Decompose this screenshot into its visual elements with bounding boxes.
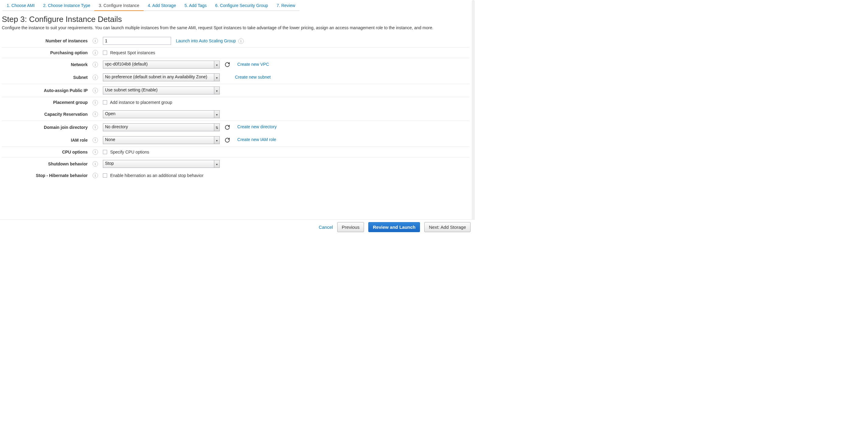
label-domain-join: Domain join directory: [2, 121, 90, 134]
tab-review[interactable]: 7. Review: [272, 1, 300, 11]
label-purchasing-option: Purchasing option: [2, 48, 90, 58]
shutdown-behavior-select[interactable]: Stop: [103, 160, 220, 168]
refresh-network-icon[interactable]: [224, 61, 231, 68]
label-iam-role: IAM role: [2, 134, 90, 147]
chevron-down-icon: [216, 88, 218, 93]
chevron-down-icon: [216, 62, 218, 67]
capacity-reservation-select[interactable]: Open: [103, 110, 220, 118]
tab-configure-instance[interactable]: 3. Configure Instance: [94, 1, 143, 11]
label-cpu-options: CPU options: [2, 147, 90, 157]
hibernate-checkbox[interactable]: [103, 173, 107, 178]
info-icon[interactable]: i: [93, 124, 98, 130]
info-icon[interactable]: i: [93, 149, 98, 155]
label-shutdown-behavior: Shutdown behavior: [2, 157, 90, 170]
network-select[interactable]: vpc-d0f104b8 (default): [103, 61, 220, 68]
request-spot-checkbox[interactable]: [103, 51, 107, 55]
info-icon[interactable]: i: [238, 38, 244, 44]
wizard-tabs: 1. Choose AMI 2. Choose Instance Type 3.…: [0, 1, 475, 11]
tab-choose-instance-type[interactable]: 2. Choose Instance Type: [39, 1, 95, 11]
label-stop-hibernate: Stop - Hibernate behavior: [2, 170, 90, 181]
auto-assign-ip-value: Use subnet setting (Enable): [103, 87, 214, 94]
network-select-value: vpc-d0f104b8 (default): [103, 61, 214, 68]
chevron-down-icon: [216, 162, 218, 166]
info-icon[interactable]: i: [93, 50, 98, 55]
refresh-iam-icon[interactable]: [224, 137, 231, 143]
create-iam-role-link[interactable]: Create new IAM role: [238, 137, 276, 142]
domain-join-select[interactable]: No directory: [103, 123, 220, 131]
capacity-reservation-value: Open: [103, 111, 214, 118]
tab-security-group[interactable]: 6. Configure Security Group: [211, 1, 272, 11]
info-icon[interactable]: i: [93, 75, 98, 80]
info-icon[interactable]: i: [93, 88, 98, 93]
vertical-scrollbar[interactable]: [472, 0, 475, 221]
placement-group-checkbox[interactable]: [103, 100, 107, 105]
iam-role-value: None: [103, 137, 214, 144]
info-icon[interactable]: i: [93, 173, 98, 178]
info-icon[interactable]: i: [93, 100, 98, 106]
tab-add-tags[interactable]: 5. Add Tags: [180, 1, 211, 11]
label-placement-group: Placement group: [2, 97, 90, 108]
create-directory-link[interactable]: Create new directory: [238, 124, 277, 129]
number-of-instances-input[interactable]: [103, 37, 171, 45]
chevron-down-icon: [216, 112, 218, 117]
cpu-options-label: Specify CPU options: [110, 150, 149, 154]
info-icon[interactable]: i: [93, 62, 98, 67]
domain-join-value: No directory: [103, 124, 214, 131]
page-description: Configure the instance to suit your requ…: [2, 25, 469, 30]
shutdown-behavior-value: Stop: [103, 160, 214, 168]
chevron-down-icon: [216, 138, 218, 143]
configure-form: Number of instances i Launch into Auto S…: [2, 34, 469, 181]
label-auto-assign-ip: Auto-assign Public IP: [2, 84, 90, 97]
create-subnet-link[interactable]: Create new subnet: [235, 75, 271, 80]
updown-icon: [215, 125, 218, 130]
chevron-down-icon: [216, 75, 218, 80]
label-subnet: Subnet: [2, 71, 90, 84]
launch-asg-link[interactable]: Launch into Auto Scaling Group: [176, 38, 236, 43]
request-spot-label: Request Spot instances: [110, 50, 155, 55]
page-body: Step 3: Configure Instance Details Confi…: [0, 10, 471, 221]
iam-role-select[interactable]: None: [103, 136, 220, 144]
wizard-footer: Cancel Previous Review and Launch Next: …: [0, 219, 475, 235]
next-add-storage-button[interactable]: Next: Add Storage: [424, 222, 470, 232]
label-capacity-reservation: Capacity Reservation: [2, 108, 90, 121]
subnet-select-value: No preference (default subnet in any Ava…: [103, 74, 214, 81]
tab-add-storage[interactable]: 4. Add Storage: [144, 1, 181, 11]
info-icon[interactable]: i: [93, 112, 98, 117]
info-icon[interactable]: i: [93, 161, 98, 167]
placement-group-label: Add instance to placement group: [110, 100, 172, 105]
hibernate-label: Enable hibernation as an additional stop…: [110, 173, 204, 178]
cpu-options-checkbox[interactable]: [103, 150, 107, 154]
tab-choose-ami[interactable]: 1. Choose AMI: [2, 1, 39, 11]
auto-assign-ip-select[interactable]: Use subnet setting (Enable): [103, 87, 220, 94]
cancel-link[interactable]: Cancel: [319, 225, 333, 230]
subnet-select[interactable]: No preference (default subnet in any Ava…: [103, 74, 220, 81]
info-icon[interactable]: i: [93, 38, 98, 44]
page-title: Step 3: Configure Instance Details: [2, 15, 469, 24]
refresh-directory-icon[interactable]: [224, 124, 231, 131]
review-and-launch-button[interactable]: Review and Launch: [368, 222, 420, 232]
previous-button[interactable]: Previous: [337, 222, 364, 232]
label-number-of-instances: Number of instances: [2, 34, 90, 48]
create-vpc-link[interactable]: Create new VPC: [238, 62, 269, 67]
info-icon[interactable]: i: [93, 137, 98, 143]
label-network: Network: [2, 58, 90, 71]
